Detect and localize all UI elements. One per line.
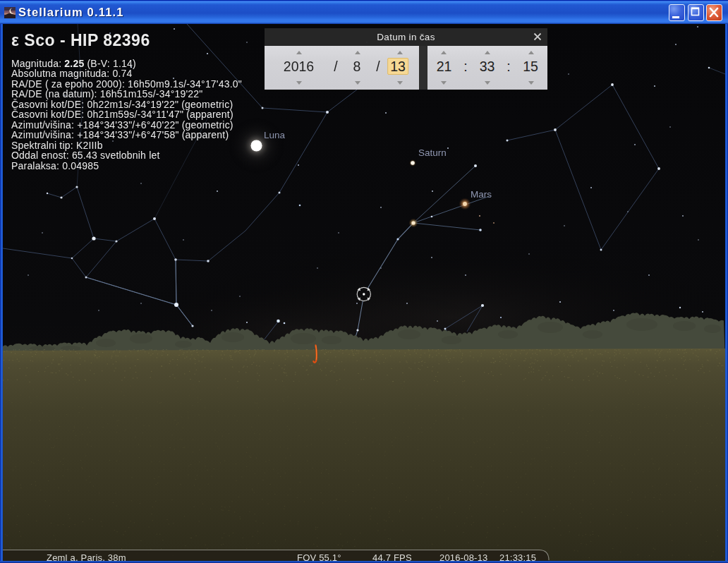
svg-text:Saturn: Saturn xyxy=(418,147,447,158)
svg-text:Luna: Luna xyxy=(264,130,286,140)
svg-text:Mars: Mars xyxy=(471,189,492,200)
